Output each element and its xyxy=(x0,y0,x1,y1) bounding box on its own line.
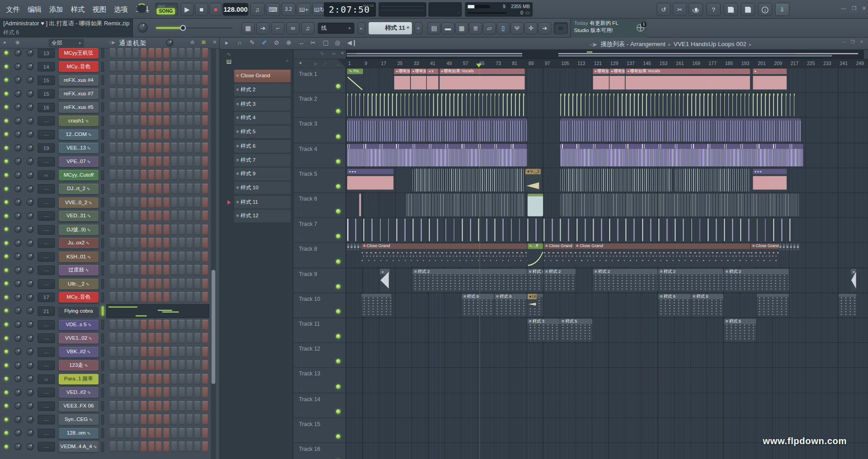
channel-select-strip[interactable] xyxy=(101,157,104,167)
step-cell[interactable] xyxy=(109,48,115,58)
channel-button[interactable]: Syn..CEG∿ xyxy=(59,415,99,425)
step-cell[interactable] xyxy=(171,347,177,357)
channel-number[interactable]: 21 xyxy=(38,306,55,316)
step-cell[interactable] xyxy=(164,442,170,452)
step-cell[interactable] xyxy=(156,48,162,58)
step-cell[interactable] xyxy=(148,184,154,194)
playlist-close-icon[interactable]: ✕ xyxy=(860,39,863,44)
channel-button[interactable]: VEDM..4 A_4∿ xyxy=(59,442,99,452)
step-cell[interactable] xyxy=(148,360,154,370)
step-cell[interactable] xyxy=(117,360,123,370)
volume-knob[interactable] xyxy=(27,144,34,151)
mixer-panel-icon[interactable]: ≣ xyxy=(469,22,482,34)
channel-button[interactable]: VEE..13∿ xyxy=(59,143,99,153)
track-lane[interactable]: ≡ 样式 3≡ 样式 5≡ 样式 5 xyxy=(346,318,868,343)
step-cell[interactable] xyxy=(132,265,138,276)
channel-mute-led[interactable] xyxy=(5,92,9,96)
step-cell[interactable] xyxy=(148,170,154,180)
track-grip[interactable]: ⋮⋮ xyxy=(294,87,302,91)
mini-pattern-block[interactable]: ≡ xyxy=(347,244,349,251)
volume-knob[interactable] xyxy=(27,416,34,423)
step-cell[interactable] xyxy=(132,225,138,235)
draw-icon[interactable]: ✎ xyxy=(250,39,255,47)
step-cell[interactable] xyxy=(125,61,131,72)
step-cell[interactable] xyxy=(141,374,146,384)
step-cell[interactable] xyxy=(202,197,208,208)
step-cell[interactable] xyxy=(202,415,208,425)
pan-knob[interactable] xyxy=(14,334,22,342)
step-cell[interactable] xyxy=(132,75,138,85)
step-cell[interactable] xyxy=(141,265,146,276)
step-cell[interactable] xyxy=(125,102,131,112)
step-cell[interactable] xyxy=(202,225,208,235)
step-cell[interactable] xyxy=(148,265,154,276)
pattern-item[interactable]: ≡样式 12 xyxy=(234,210,291,222)
mic-icon[interactable] xyxy=(689,3,703,16)
channel-number[interactable]: --- xyxy=(38,429,55,438)
step-cell[interactable] xyxy=(109,225,115,235)
slice-icon[interactable]: ✂ xyxy=(311,39,316,47)
step-cell[interactable] xyxy=(117,170,123,180)
channel-select-strip[interactable] xyxy=(101,388,104,398)
channel-rack-scrollbar[interactable] xyxy=(211,49,216,459)
step-cell[interactable] xyxy=(156,61,162,72)
step-cell[interactable] xyxy=(141,428,146,439)
channel-select-strip[interactable] xyxy=(101,306,104,316)
piano-roll-preview[interactable] xyxy=(106,304,209,318)
channel-number[interactable]: --- xyxy=(38,320,55,329)
step-cell[interactable] xyxy=(148,279,154,289)
step-cell[interactable] xyxy=(156,116,162,126)
step-cell[interactable] xyxy=(132,319,138,330)
clip-rev-crash[interactable]: ◂ xyxy=(380,269,389,291)
volume-knob[interactable] xyxy=(27,253,34,260)
help-icon[interactable]: ? xyxy=(706,3,721,16)
step-cell[interactable] xyxy=(117,129,123,140)
step-cell[interactable] xyxy=(179,238,185,248)
mini-pattern-block[interactable]: ≡ xyxy=(779,244,782,251)
step-cell[interactable] xyxy=(125,225,131,235)
step-cell[interactable] xyxy=(109,61,115,72)
channel-mute-led[interactable] xyxy=(5,363,9,367)
step-cell[interactable] xyxy=(109,347,115,357)
step-cell[interactable] xyxy=(164,129,170,140)
step-cell[interactable] xyxy=(132,333,138,343)
pan-knob[interactable] xyxy=(14,239,22,247)
patterns-tab-icon[interactable]: Ш xyxy=(226,59,231,65)
step-cell[interactable] xyxy=(194,48,200,58)
channel-button[interactable]: VDE..s 5∿ xyxy=(59,319,99,330)
step-cell[interactable] xyxy=(117,184,123,194)
step-cell[interactable] xyxy=(109,252,115,262)
step-cell[interactable] xyxy=(202,252,208,262)
clip-vocal[interactable]: ◂哪有如..als xyxy=(609,69,625,91)
step-cell[interactable] xyxy=(194,442,200,452)
project-picker-icon[interactable]: ▯ xyxy=(496,22,509,34)
track-lane[interactable]: ◂≡ 样式 2≡ 样式 4≡ 样式 2≡ 样式 2≡ 样式 2≡ 样式 2◂ xyxy=(346,268,868,293)
tempo-display[interactable]: 128.000 xyxy=(222,3,249,16)
step-cell[interactable] xyxy=(194,279,200,289)
volume-slider-thumb[interactable] xyxy=(180,25,186,31)
channel-select-strip[interactable] xyxy=(101,374,104,384)
clip-pat[interactable]: ≡ 样式 2 xyxy=(413,269,527,291)
step-cell[interactable] xyxy=(171,129,177,140)
volume-knob[interactable] xyxy=(27,212,34,220)
step-cell[interactable] xyxy=(132,238,138,248)
step-cell[interactable] xyxy=(117,442,123,452)
channel-mute-led[interactable] xyxy=(5,119,9,123)
step-cell[interactable] xyxy=(141,360,146,370)
step-cell[interactable] xyxy=(187,197,193,208)
step-cell[interactable] xyxy=(148,387,154,398)
step-cell[interactable] xyxy=(117,252,123,262)
plugin-icon[interactable]: Ψ xyxy=(510,22,524,34)
step-cell[interactable] xyxy=(194,61,200,72)
audio-tab-icon[interactable]: ∿ xyxy=(226,51,231,57)
paint-icon[interactable]: ✐ xyxy=(262,39,267,47)
track-mute-led[interactable] xyxy=(336,159,340,164)
track-lane[interactable] xyxy=(346,368,868,393)
undo-icon[interactable]: ↺ xyxy=(656,3,671,16)
channel-mute-led[interactable] xyxy=(5,336,9,340)
volume-knob[interactable] xyxy=(27,63,34,70)
step-cell[interactable] xyxy=(164,374,170,384)
channel-select-strip[interactable] xyxy=(101,401,104,411)
menu-选项[interactable]: 选项 xyxy=(110,3,132,16)
song-label[interactable]: SONG xyxy=(157,8,175,14)
